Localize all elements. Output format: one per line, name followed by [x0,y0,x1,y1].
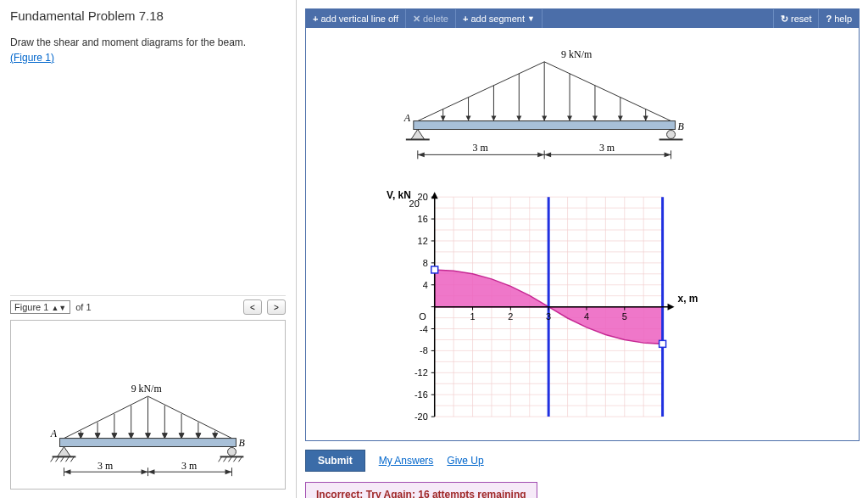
svg-marker-41 [148,469,155,474]
svg-marker-121 [431,192,438,199]
svg-marker-61 [643,116,648,121]
svg-text:O: O [419,311,426,322]
svg-marker-37 [64,469,71,474]
svg-text:V, kN: V, kN [387,189,411,201]
reset-button[interactable]: ↻reset [773,9,818,28]
svg-marker-10 [146,434,151,439]
chevron-down-icon: ▼ [527,14,535,23]
svg-marker-64 [411,130,425,140]
submit-button[interactable]: Submit [305,450,365,472]
svg-marker-20 [58,447,71,457]
svg-text:5: 5 [622,311,627,322]
svg-text:8: 8 [423,258,428,268]
svg-marker-2 [78,434,83,439]
svg-text:4: 4 [584,311,589,322]
svg-marker-12 [162,434,167,439]
plot-editor: +add vertical line off ✕delete +add segm… [305,8,860,441]
svg-marker-77 [544,152,551,157]
svg-text:-4: -4 [420,324,428,334]
svg-text:3 m: 3 m [473,142,489,154]
figure-next-button[interactable]: > [267,299,286,315]
svg-text:x, m: x, m [678,293,698,305]
svg-marker-6 [112,434,117,439]
thumb-load-label: 9 kN/m [131,383,163,394]
give-up-link[interactable]: Give Up [447,455,483,467]
svg-text:-16: -16 [415,389,428,400]
help-button[interactable]: ?help [818,9,859,28]
svg-text:20: 20 [409,199,420,209]
svg-text:-20: -20 [415,411,428,422]
svg-text:-12: -12 [415,367,428,378]
my-answers-link[interactable]: My Answers [379,455,434,467]
svg-point-67 [667,131,676,139]
svg-text:-8: -8 [420,345,428,355]
figure-nav: Figure 1 ▲▼ of 1 < > [10,295,286,315]
svg-text:16: 16 [418,214,428,224]
svg-text:1: 1 [470,311,475,322]
svg-marker-8 [129,434,134,439]
plus-icon: + [463,14,468,24]
svg-marker-78 [665,152,671,157]
thumb-point-a: A [50,428,58,439]
svg-text:2: 2 [508,311,513,322]
svg-marker-47 [466,116,471,121]
add-segment-button[interactable]: +add segment ▼ [456,9,542,28]
svg-marker-120 [668,304,675,311]
svg-marker-75 [418,152,425,157]
svg-text:3: 3 [546,311,551,322]
feedback-message: Incorrect; Try Again; 16 attempts remain… [305,482,537,498]
figure-select[interactable]: Figure 1 ▲▼ [10,300,70,314]
figure-prev-button[interactable]: < [243,299,262,315]
svg-marker-16 [196,434,201,439]
svg-rect-159 [659,340,666,347]
thumb-span-right: 3 m [181,460,198,472]
help-icon: ? [826,14,832,24]
svg-text:A: A [403,112,411,124]
thumb-point-b: B [238,438,244,450]
problem-description: Draw the shear and moment diagrams for t… [10,36,286,48]
thumb-span-left: 3 m [97,460,114,472]
svg-marker-51 [516,116,521,121]
svg-marker-55 [567,116,572,121]
svg-text:B: B [678,120,685,132]
problem-title: Fundamental Problem 7.18 [10,8,286,23]
svg-point-27 [228,447,236,456]
add-vertical-line-button[interactable]: +add vertical line off [306,9,406,28]
svg-text:3 m: 3 m [599,142,615,154]
figure-link[interactable]: (Figure 1) [10,52,286,64]
x-icon: ✕ [413,14,420,25]
svg-text:9 kN/m: 9 kN/m [561,48,593,60]
svg-text:12: 12 [418,236,428,246]
svg-rect-158 [431,266,438,273]
delete-button[interactable]: ✕delete [406,9,456,28]
svg-marker-14 [179,434,184,439]
svg-marker-59 [618,116,623,121]
left-panel: Fundamental Problem 7.18 Draw the shear … [0,0,297,498]
svg-marker-18 [213,434,218,439]
figure-1-thumbnail: 9 kN/m A B 3 m 3 m [10,320,286,490]
svg-marker-76 [537,152,544,157]
plot-toolbar: +add vertical line off ✕delete +add segm… [306,9,859,28]
svg-marker-57 [593,116,598,121]
graph-area[interactable]: 9 kN/mAB3 m3 m20161284-4-8-12-16-20O1234… [306,28,859,440]
svg-marker-4 [95,434,100,439]
svg-marker-49 [491,116,496,121]
svg-rect-63 [414,121,676,130]
svg-marker-45 [441,116,446,121]
plus-icon: + [313,14,318,24]
svg-text:4: 4 [423,280,428,290]
svg-marker-42 [225,469,232,474]
svg-marker-53 [542,116,547,121]
svg-marker-38 [142,469,148,474]
figure-count: of 1 [75,302,91,312]
right-panel: +add vertical line off ✕delete +add segm… [297,0,868,498]
svg-rect-19 [60,439,236,447]
reset-icon: ↻ [781,14,788,25]
